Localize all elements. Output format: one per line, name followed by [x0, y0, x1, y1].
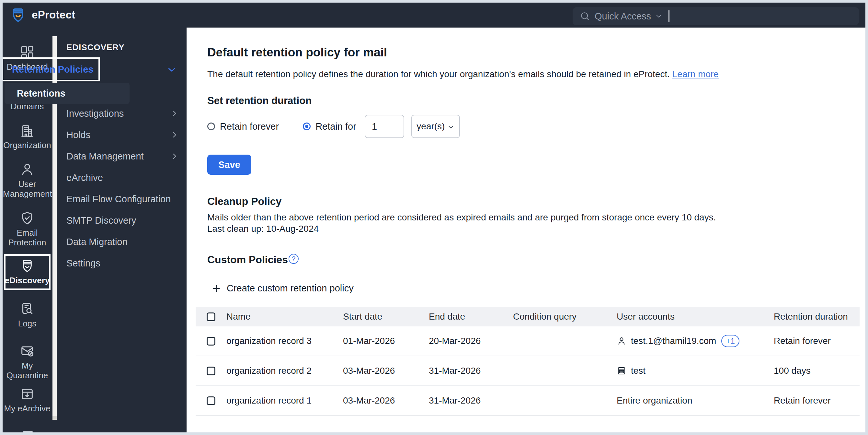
group-icon	[617, 366, 626, 376]
page-title: Default retention policy for mail	[207, 46, 387, 59]
brand: eProtect	[10, 6, 75, 23]
menu-item-label: Investigations	[66, 108, 124, 119]
start-date: 03-Mar-2026	[343, 366, 429, 376]
chevron-right-icon	[170, 152, 179, 161]
policy-name: organization record 3	[226, 336, 343, 346]
retention-duration: 100 days	[774, 366, 860, 376]
table-row: organization record 203-Mar-202631-Mar-2…	[196, 356, 860, 386]
menu-item-holds[interactable]: Holds	[3, 124, 187, 146]
table-row: organization record 103-Mar-202631-Mar-2…	[196, 386, 860, 416]
set-retention-heading: Set retention duration	[207, 95, 312, 107]
user-accounts-cell: Entire organization	[617, 396, 774, 406]
end-date: 31-Mar-2026	[429, 366, 513, 376]
column-header-retention-duration: Retention duration	[774, 312, 860, 322]
menu-item-retention-policies[interactable]: Retention Policies	[3, 57, 100, 81]
duration-unit-value: year(s)	[416, 121, 445, 132]
app-window: eProtect Quick Access DashboardDomainsOr…	[3, 3, 865, 432]
column-header-condition-query: Condition query	[513, 312, 617, 322]
retain-for-radio[interactable]	[303, 122, 311, 130]
menu-item-retentions-active[interactable]: Retentions	[4, 83, 129, 104]
plus-icon	[211, 283, 221, 294]
sidebar-item-label: My eArchive	[3, 404, 52, 413]
menu-item-investigations[interactable]: Investigations	[3, 103, 187, 124]
quick-access-search[interactable]: Quick Access	[572, 7, 859, 25]
menu-item-label: Retentions	[17, 88, 65, 99]
menu-item-label: Data Migration	[66, 237, 128, 247]
menu-item-label: Email Flow Configuration	[66, 194, 171, 205]
row-select-cell	[196, 337, 226, 346]
save-button[interactable]: Save	[207, 155, 251, 175]
menu-item-label: Data Management	[66, 151, 144, 162]
sidebar-item-label: My Quarantine	[3, 361, 52, 380]
partial-next-icon	[23, 431, 33, 432]
table-header-row: NameStart dateEnd dateCondition queryUse…	[196, 307, 860, 326]
table-body: organization record 301-Mar-202620-Mar-2…	[196, 326, 860, 416]
select-all-checkbox[interactable]	[207, 313, 215, 321]
cleanup-policy-heading: Cleanup Policy	[207, 196, 281, 207]
learn-more-link[interactable]: Learn more	[672, 69, 719, 79]
menu-section-title: EDISCOVERY	[66, 42, 125, 53]
duration-unit-select[interactable]: year(s)	[411, 115, 460, 138]
duration-value-input[interactable]	[365, 115, 404, 138]
chevron-down-icon[interactable]	[655, 12, 663, 20]
menu-item-settings[interactable]: Settings	[3, 253, 187, 274]
last-cleanup-text: Last clean up: 10-Aug-2024	[207, 224, 319, 234]
policy-name: organization record 2	[226, 366, 343, 376]
user-small-icon	[617, 336, 626, 346]
text-cursor	[669, 10, 670, 22]
menu-item-label: SMTP Discovery	[66, 215, 136, 226]
help-icon[interactable]: ?	[288, 254, 299, 264]
retain-for-label[interactable]: Retain for	[315, 121, 356, 132]
page-description: The default retention policy defines the…	[207, 69, 719, 80]
quarantine-icon	[20, 344, 35, 358]
start-date: 01-Mar-2026	[343, 336, 429, 346]
column-header-user-accounts: User accounts	[617, 312, 774, 322]
main-content: Default retention policy for mail The de…	[187, 28, 865, 432]
quick-access-placeholder: Quick Access	[595, 11, 651, 22]
retention-duration-options: Retain forever Retain for year(s)	[207, 114, 460, 138]
user-accounts-value: test	[631, 366, 646, 376]
sidebar-item-label: eDiscovery	[3, 276, 52, 285]
custom-policies-heading: Custom Policies?	[207, 254, 299, 266]
description-text: The default retention policy defines the…	[207, 69, 670, 79]
retain-forever-radio[interactable]	[207, 122, 215, 130]
scrollbar-end	[53, 416, 57, 420]
menu-item-label: Retention Policies	[12, 64, 93, 75]
menu-item-data-management[interactable]: Data Management	[3, 146, 187, 167]
create-custom-policy-button[interactable]: Create custom retention policy	[211, 283, 354, 294]
sidebar-item-my-earchive[interactable]: My eArchive	[3, 386, 52, 413]
retain-forever-label[interactable]: Retain forever	[220, 121, 279, 132]
column-header-name: Name	[226, 312, 343, 322]
column-header-end-date: End date	[429, 312, 513, 322]
custom-policies-title: Custom Policies	[207, 254, 288, 265]
sidebar-item-logs[interactable]: Logs	[3, 301, 52, 328]
more-accounts-badge[interactable]: +1	[721, 335, 739, 347]
start-date: 03-Mar-2026	[343, 396, 429, 406]
search-icon	[580, 11, 590, 21]
menu-item-earchive[interactable]: eArchive	[3, 167, 187, 188]
row-checkbox[interactable]	[207, 337, 215, 346]
row-checkbox[interactable]	[207, 367, 215, 375]
eprotect-logo-icon	[10, 6, 27, 23]
earchive-icon	[20, 386, 35, 401]
chevron-down-icon[interactable]	[166, 64, 177, 75]
menu-item-data-migration[interactable]: Data Migration	[3, 231, 187, 253]
row-checkbox[interactable]	[207, 397, 215, 405]
chevron-right-icon	[170, 109, 179, 118]
end-date: 20-Mar-2026	[429, 336, 513, 346]
user-accounts-value: Entire organization	[617, 396, 692, 406]
menu-item-email-flow-configuration[interactable]: Email Flow Configuration	[3, 188, 187, 210]
app-title: eProtect	[32, 9, 75, 21]
policy-name: organization record 1	[226, 396, 343, 406]
menu-item-smtp-discovery[interactable]: SMTP Discovery	[3, 210, 187, 231]
logs-icon	[20, 301, 35, 316]
topbar: eProtect Quick Access	[3, 3, 865, 28]
chevron-down-icon	[447, 123, 455, 130]
menu-item-label: Settings	[66, 258, 100, 269]
menu-item-label: Holds	[66, 130, 90, 140]
custom-policies-table: NameStart dateEnd dateCondition queryUse…	[196, 307, 860, 416]
cleanup-policy-text: Mails older than the above retention per…	[207, 212, 716, 223]
sidebar-item-my-quarantine[interactable]: My Quarantine	[3, 344, 52, 380]
sidebar: DashboardDomainsOrganizationUser Managem…	[3, 28, 187, 432]
column-header-start-date: Start date	[343, 312, 429, 322]
